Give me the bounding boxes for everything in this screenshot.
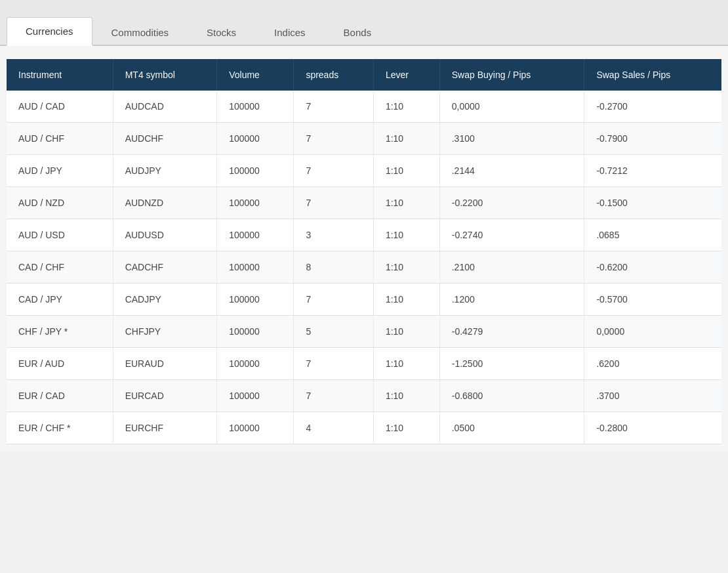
- table-cell: -0.2800: [584, 412, 721, 444]
- table-cell: CHFJPY: [113, 316, 217, 348]
- table-cell: .2144: [439, 155, 584, 187]
- table-cell: 1:10: [373, 412, 439, 444]
- table-cell: 100000: [217, 348, 294, 380]
- table-cell: AUDCHF: [113, 123, 217, 155]
- table-cell: -0.5700: [584, 284, 721, 316]
- table-cell: 1:10: [373, 91, 439, 123]
- table-cell: 100000: [217, 219, 294, 251]
- table-cell: AUD / USD: [7, 219, 113, 251]
- col-header-instrument: Instrument: [7, 59, 113, 91]
- table-cell: 100000: [217, 251, 294, 284]
- table-cell: CAD / CHF: [7, 251, 113, 284]
- table-row: EUR / CHF *EURCHF10000041:10.0500-0.2800: [7, 412, 721, 444]
- tabs-bar: Currencies Commodities Stocks Indices Bo…: [0, 0, 728, 46]
- col-header-lever: Lever: [373, 59, 439, 91]
- table-cell: 7: [294, 380, 374, 412]
- col-header-mt4symbol: MT4 symbol: [113, 59, 217, 91]
- table-row: EUR / CADEURCAD10000071:10-0.6800.3700: [7, 380, 721, 412]
- tab-commodities[interactable]: Commodities: [92, 18, 188, 46]
- table-row: CAD / CHFCADCHF10000081:10.2100-0.6200: [7, 251, 721, 284]
- table-cell: AUDJPY: [113, 155, 217, 187]
- instruments-table: Instrument MT4 symbol Volume spreads Lev…: [7, 59, 721, 444]
- table-cell: 100000: [217, 412, 294, 444]
- tab-currencies[interactable]: Currencies: [7, 17, 92, 46]
- table-cell: 0,0000: [439, 91, 584, 123]
- table-row: AUD / JPYAUDJPY10000071:10.2144-0.7212: [7, 155, 721, 187]
- table-cell: AUDUSD: [113, 219, 217, 251]
- table-cell: 100000: [217, 155, 294, 187]
- table-cell: -0.7212: [584, 155, 721, 187]
- table-cell: .1200: [439, 284, 584, 316]
- table-cell: 3: [294, 219, 374, 251]
- table-cell: AUD / CHF: [7, 123, 113, 155]
- table-cell: EUR / CHF *: [7, 412, 113, 444]
- table-row: AUD / CHFAUDCHF10000071:10.3100-0.7900: [7, 123, 721, 155]
- table-cell: .3100: [439, 123, 584, 155]
- table-cell: -0.1500: [584, 187, 721, 219]
- table-cell: 100000: [217, 316, 294, 348]
- table-cell: 1:10: [373, 155, 439, 187]
- table-cell: 7: [294, 123, 374, 155]
- table-body: AUD / CADAUDCAD10000071:100,0000-0.2700A…: [7, 91, 721, 444]
- table-cell: CHF / JPY *: [7, 316, 113, 348]
- table-cell: AUD / CAD: [7, 91, 113, 123]
- table-cell: 1:10: [373, 123, 439, 155]
- table-cell: AUDNZD: [113, 187, 217, 219]
- table-cell: 8: [294, 251, 374, 284]
- table-container: Instrument MT4 symbol Volume spreads Lev…: [0, 46, 728, 451]
- table-cell: EUR / CAD: [7, 380, 113, 412]
- table-cell: 1:10: [373, 380, 439, 412]
- table-cell: 1:10: [373, 284, 439, 316]
- table-row: CHF / JPY *CHFJPY10000051:10-0.42790,000…: [7, 316, 721, 348]
- table-cell: 7: [294, 348, 374, 380]
- table-cell: -0.6800: [439, 380, 584, 412]
- col-header-spreads: spreads: [294, 59, 374, 91]
- table-cell: 100000: [217, 123, 294, 155]
- table-cell: 1:10: [373, 348, 439, 380]
- table-cell: AUDCAD: [113, 91, 217, 123]
- table-cell: 4: [294, 412, 374, 444]
- table-cell: -0.2700: [584, 91, 721, 123]
- table-cell: EURCHF: [113, 412, 217, 444]
- table-cell: 1:10: [373, 251, 439, 284]
- table-cell: 100000: [217, 380, 294, 412]
- table-cell: -1.2500: [439, 348, 584, 380]
- table-row: EUR / AUDEURAUD10000071:10-1.2500.6200: [7, 348, 721, 380]
- table-cell: 1:10: [373, 187, 439, 219]
- table-row: AUD / CADAUDCAD10000071:100,0000-0.2700: [7, 91, 721, 123]
- table-cell: EURAUD: [113, 348, 217, 380]
- table-header-row: Instrument MT4 symbol Volume spreads Lev…: [7, 59, 721, 91]
- table-cell: AUD / NZD: [7, 187, 113, 219]
- table-cell: .0500: [439, 412, 584, 444]
- table-cell: EURCAD: [113, 380, 217, 412]
- col-header-swap-sales: Swap Sales / Pips: [584, 59, 721, 91]
- table-cell: 0,0000: [584, 316, 721, 348]
- table-cell: .0685: [584, 219, 721, 251]
- tab-indices[interactable]: Indices: [255, 18, 325, 46]
- table-cell: -0.6200: [584, 251, 721, 284]
- table-cell: AUD / JPY: [7, 155, 113, 187]
- table-cell: 100000: [217, 187, 294, 219]
- table-cell: 1:10: [373, 219, 439, 251]
- table-cell: EUR / AUD: [7, 348, 113, 380]
- table-cell: CAD / JPY: [7, 284, 113, 316]
- table-cell: .3700: [584, 380, 721, 412]
- table-cell: CADJPY: [113, 284, 217, 316]
- table-cell: .2100: [439, 251, 584, 284]
- table-cell: 100000: [217, 91, 294, 123]
- table-cell: 1:10: [373, 316, 439, 348]
- table-cell: 5: [294, 316, 374, 348]
- table-cell: 7: [294, 284, 374, 316]
- col-header-volume: Volume: [217, 59, 294, 91]
- col-header-swap-buying: Swap Buying / Pips: [439, 59, 584, 91]
- tab-stocks[interactable]: Stocks: [188, 18, 255, 46]
- table-cell: -0.2200: [439, 187, 584, 219]
- table-cell: 100000: [217, 284, 294, 316]
- table-cell: 7: [294, 155, 374, 187]
- table-row: CAD / JPYCADJPY10000071:10.1200-0.5700: [7, 284, 721, 316]
- tab-bonds[interactable]: Bonds: [325, 18, 391, 46]
- table-cell: CADCHF: [113, 251, 217, 284]
- table-cell: 7: [294, 91, 374, 123]
- table-cell: -0.4279: [439, 316, 584, 348]
- table-cell: -0.2740: [439, 219, 584, 251]
